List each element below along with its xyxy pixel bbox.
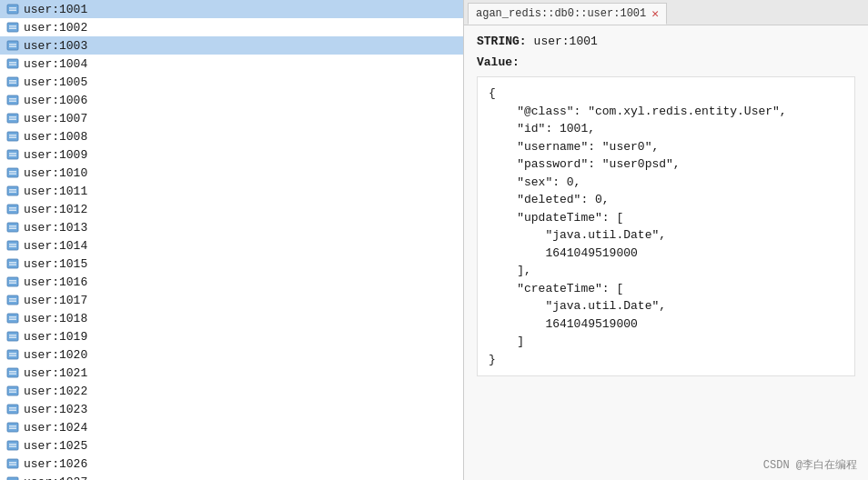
svg-rect-72 — [7, 441, 18, 450]
list-item[interactable]: user:1018 — [0, 309, 463, 327]
list-item[interactable]: user:1007 — [0, 109, 463, 127]
item-label: user:1016 — [24, 275, 87, 289]
list-item[interactable]: user:1022 — [0, 382, 463, 400]
svg-rect-36 — [7, 223, 18, 232]
svg-rect-35 — [9, 210, 16, 212]
list-item[interactable]: user:1002 — [0, 18, 463, 36]
svg-rect-77 — [9, 465, 16, 466]
list-item[interactable]: user:1010 — [0, 164, 463, 182]
key-icon — [5, 111, 20, 125]
key-list[interactable]: user:1001 user:1002 user:1003 user:1004 … — [0, 0, 463, 480]
item-label: user:1017 — [24, 294, 87, 307]
list-item[interactable]: user:1003 — [0, 36, 463, 55]
list-item[interactable]: user:1005 — [0, 73, 463, 91]
svg-rect-28 — [9, 171, 16, 173]
list-item[interactable]: user:1006 — [0, 91, 463, 109]
svg-rect-2 — [9, 10, 16, 12]
item-label: user:1001 — [24, 3, 87, 16]
item-label: user:1025 — [24, 439, 87, 453]
tab-close-button[interactable]: ✕ — [651, 6, 659, 21]
svg-rect-74 — [9, 446, 16, 448]
list-item[interactable]: user:1001 — [0, 0, 463, 18]
svg-rect-70 — [9, 425, 16, 427]
svg-rect-27 — [7, 168, 18, 177]
svg-rect-58 — [9, 353, 16, 355]
list-item[interactable]: user:1011 — [0, 182, 463, 200]
svg-rect-0 — [7, 5, 18, 14]
key-icon — [5, 93, 20, 107]
item-label: user:1004 — [24, 57, 87, 71]
item-label: user:1019 — [24, 330, 87, 344]
item-label: user:1020 — [24, 348, 87, 362]
item-label: user:1024 — [24, 421, 87, 435]
key-icon — [5, 475, 20, 480]
item-label: user:1005 — [24, 75, 87, 89]
svg-rect-24 — [7, 150, 18, 159]
list-item[interactable]: user:1008 — [0, 127, 463, 145]
svg-rect-65 — [9, 392, 16, 394]
item-label: user:1011 — [24, 185, 87, 198]
svg-rect-26 — [9, 155, 16, 157]
list-item[interactable]: user:1013 — [0, 218, 463, 236]
svg-rect-40 — [9, 244, 16, 245]
svg-rect-19 — [9, 116, 16, 118]
svg-rect-61 — [9, 371, 16, 373]
list-item[interactable]: user:1015 — [0, 255, 463, 273]
svg-rect-45 — [7, 277, 18, 286]
string-label: STRING: — [477, 35, 527, 48]
key-icon — [5, 220, 20, 235]
list-item[interactable]: user:1027 — [0, 473, 463, 480]
key-icon — [5, 2, 20, 16]
svg-rect-25 — [9, 153, 16, 155]
svg-rect-48 — [7, 295, 18, 305]
svg-rect-14 — [9, 83, 16, 85]
list-item[interactable]: user:1004 — [0, 55, 463, 73]
svg-rect-34 — [9, 207, 16, 209]
svg-rect-11 — [9, 65, 16, 66]
item-label: user:1007 — [24, 112, 87, 125]
svg-rect-16 — [9, 98, 16, 100]
list-item[interactable]: user:1019 — [0, 327, 463, 345]
svg-rect-68 — [9, 410, 16, 412]
list-item[interactable]: user:1024 — [0, 418, 463, 436]
list-item[interactable]: user:1016 — [0, 273, 463, 291]
svg-rect-8 — [9, 46, 16, 48]
item-label: user:1003 — [24, 39, 87, 53]
list-item[interactable]: user:1012 — [0, 200, 463, 218]
svg-rect-13 — [9, 80, 16, 82]
key-icon — [5, 311, 20, 325]
svg-rect-44 — [9, 265, 16, 266]
list-item[interactable]: user:1020 — [0, 345, 463, 364]
svg-rect-67 — [9, 407, 16, 409]
key-icon — [5, 329, 20, 344]
item-label: user:1009 — [24, 148, 87, 162]
svg-rect-1 — [9, 7, 16, 9]
svg-rect-20 — [9, 119, 16, 121]
svg-rect-3 — [7, 23, 18, 32]
item-label: user:1008 — [24, 130, 87, 144]
list-item[interactable]: user:1009 — [0, 145, 463, 164]
list-item[interactable]: user:1025 — [0, 436, 463, 455]
key-icon — [5, 347, 20, 362]
svg-rect-59 — [9, 355, 16, 357]
svg-rect-6 — [7, 41, 18, 50]
key-icon — [5, 438, 20, 453]
svg-rect-50 — [9, 301, 16, 303]
list-item[interactable]: user:1014 — [0, 236, 463, 255]
list-item[interactable]: user:1021 — [0, 364, 463, 382]
svg-rect-12 — [7, 77, 18, 86]
tab-user-1001[interactable]: agan_redis::db0::user:1001 ✕ — [468, 3, 667, 25]
svg-rect-43 — [9, 262, 16, 264]
watermark: CSDN @李白在编程 — [763, 457, 857, 473]
svg-rect-57 — [7, 350, 18, 359]
svg-rect-62 — [9, 374, 16, 375]
list-item[interactable]: user:1023 — [0, 400, 463, 418]
value-label: Value: — [477, 55, 855, 69]
key-icon — [5, 20, 20, 35]
right-panel: agan_redis::db0::user:1001 ✕ STRING: use… — [464, 0, 868, 480]
svg-rect-31 — [9, 189, 16, 191]
svg-rect-75 — [7, 459, 18, 468]
list-item[interactable]: user:1017 — [0, 291, 463, 309]
list-item[interactable]: user:1026 — [0, 455, 463, 473]
svg-rect-69 — [7, 423, 18, 432]
